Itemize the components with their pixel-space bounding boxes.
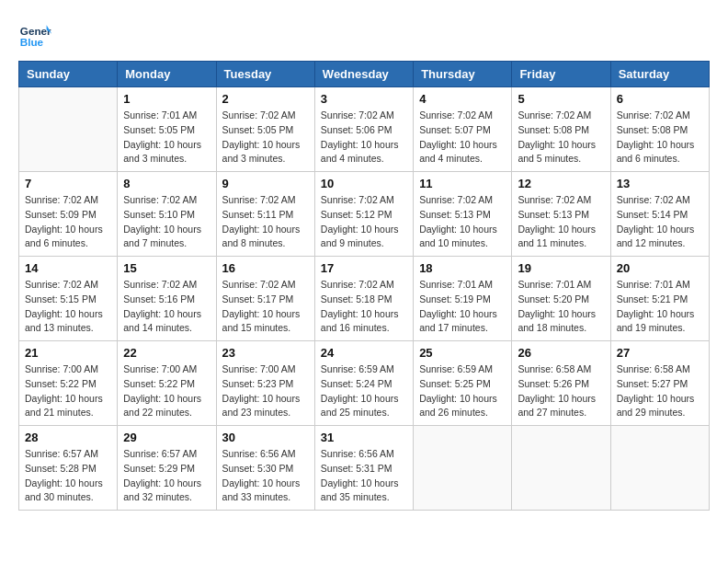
day-number: 18 xyxy=(419,261,506,275)
day-detail: Sunrise: 7:01 AMSunset: 5:21 PMDaylight:… xyxy=(617,278,703,336)
calendar-week-1: 1Sunrise: 7:01 AMSunset: 5:05 PMDaylight… xyxy=(19,87,710,172)
weekday-header-row: SundayMondayTuesdayWednesdayThursdayFrid… xyxy=(19,62,710,87)
calendar-day-cell: 31Sunrise: 6:56 AMSunset: 5:31 PMDayligh… xyxy=(314,426,413,511)
logo-icon: General Blue xyxy=(18,18,51,52)
day-number: 3 xyxy=(321,92,407,106)
weekday-header-thursday: Thursday xyxy=(414,62,512,87)
calendar-day-cell: 22Sunrise: 7:00 AMSunset: 5:22 PMDayligh… xyxy=(118,341,216,426)
day-number: 28 xyxy=(25,431,111,444)
day-detail: Sunrise: 7:02 AMSunset: 5:09 PMDaylight:… xyxy=(25,193,111,251)
calendar-day-cell: 11Sunrise: 7:02 AMSunset: 5:13 PMDayligh… xyxy=(414,172,512,257)
calendar-day-cell: 24Sunrise: 6:59 AMSunset: 5:24 PMDayligh… xyxy=(314,341,413,426)
day-detail: Sunrise: 7:00 AMSunset: 5:22 PMDaylight:… xyxy=(25,362,111,420)
day-number: 23 xyxy=(222,346,309,360)
calendar-day-cell: 25Sunrise: 6:59 AMSunset: 5:25 PMDayligh… xyxy=(414,341,512,426)
day-number: 15 xyxy=(123,261,210,275)
day-number: 25 xyxy=(419,346,506,360)
calendar-day-cell: 14Sunrise: 7:02 AMSunset: 5:15 PMDayligh… xyxy=(19,257,118,341)
calendar-week-5: 28Sunrise: 6:57 AMSunset: 5:28 PMDayligh… xyxy=(19,426,710,511)
calendar-day-cell: 16Sunrise: 7:02 AMSunset: 5:17 PMDayligh… xyxy=(216,257,314,341)
day-detail: Sunrise: 6:56 AMSunset: 5:31 PMDaylight:… xyxy=(321,447,407,505)
day-detail: Sunrise: 7:02 AMSunset: 5:16 PMDaylight:… xyxy=(123,278,210,336)
day-number: 26 xyxy=(518,346,604,360)
day-number: 13 xyxy=(617,177,703,190)
calendar-day-cell xyxy=(610,426,709,511)
calendar-day-cell: 8Sunrise: 7:02 AMSunset: 5:10 PMDaylight… xyxy=(118,172,216,257)
calendar-week-4: 21Sunrise: 7:00 AMSunset: 5:22 PMDayligh… xyxy=(19,341,710,426)
weekday-header-monday: Monday xyxy=(118,62,216,87)
calendar-day-cell: 20Sunrise: 7:01 AMSunset: 5:21 PMDayligh… xyxy=(610,257,709,341)
calendar-day-cell: 29Sunrise: 6:57 AMSunset: 5:29 PMDayligh… xyxy=(118,426,216,511)
calendar-week-2: 7Sunrise: 7:02 AMSunset: 5:09 PMDaylight… xyxy=(19,172,710,257)
day-detail: Sunrise: 7:01 AMSunset: 5:19 PMDaylight:… xyxy=(419,278,506,336)
calendar-day-cell xyxy=(512,426,610,511)
day-number: 5 xyxy=(518,92,604,106)
weekday-header-sunday: Sunday xyxy=(19,62,118,87)
day-detail: Sunrise: 7:02 AMSunset: 5:06 PMDaylight:… xyxy=(321,109,407,167)
calendar-day-cell: 27Sunrise: 6:58 AMSunset: 5:27 PMDayligh… xyxy=(610,341,709,426)
day-number: 6 xyxy=(617,92,703,106)
day-detail: Sunrise: 7:02 AMSunset: 5:10 PMDaylight:… xyxy=(123,193,210,251)
calendar-day-cell: 15Sunrise: 7:02 AMSunset: 5:16 PMDayligh… xyxy=(118,257,216,341)
day-detail: Sunrise: 7:01 AMSunset: 5:20 PMDaylight:… xyxy=(518,278,604,336)
day-number: 31 xyxy=(321,431,407,444)
weekday-header-wednesday: Wednesday xyxy=(314,62,413,87)
calendar-day-cell: 12Sunrise: 7:02 AMSunset: 5:13 PMDayligh… xyxy=(512,172,610,257)
calendar-day-cell: 18Sunrise: 7:01 AMSunset: 5:19 PMDayligh… xyxy=(414,257,512,341)
weekday-header-saturday: Saturday xyxy=(610,62,709,87)
day-detail: Sunrise: 7:01 AMSunset: 5:05 PMDaylight:… xyxy=(123,109,210,167)
calendar-day-cell: 10Sunrise: 7:02 AMSunset: 5:12 PMDayligh… xyxy=(314,172,413,257)
day-detail: Sunrise: 7:02 AMSunset: 5:05 PMDaylight:… xyxy=(222,109,309,167)
page-header: General Blue xyxy=(18,18,710,52)
calendar-day-cell: 4Sunrise: 7:02 AMSunset: 5:07 PMDaylight… xyxy=(414,87,512,172)
calendar-day-cell: 7Sunrise: 7:02 AMSunset: 5:09 PMDaylight… xyxy=(19,172,118,257)
day-number: 29 xyxy=(123,431,210,444)
day-number: 2 xyxy=(222,92,309,106)
calendar-day-cell: 26Sunrise: 6:58 AMSunset: 5:26 PMDayligh… xyxy=(512,341,610,426)
day-number: 16 xyxy=(222,261,309,275)
calendar-day-cell: 30Sunrise: 6:56 AMSunset: 5:30 PMDayligh… xyxy=(216,426,314,511)
day-number: 11 xyxy=(419,177,506,190)
day-detail: Sunrise: 7:00 AMSunset: 5:23 PMDaylight:… xyxy=(222,362,309,420)
day-number: 12 xyxy=(518,177,604,190)
day-detail: Sunrise: 7:02 AMSunset: 5:07 PMDaylight:… xyxy=(419,109,506,167)
day-number: 9 xyxy=(222,177,309,190)
calendar-day-cell: 2Sunrise: 7:02 AMSunset: 5:05 PMDaylight… xyxy=(216,87,314,172)
logo: General Blue xyxy=(18,18,51,52)
calendar-week-3: 14Sunrise: 7:02 AMSunset: 5:15 PMDayligh… xyxy=(19,257,710,341)
day-number: 8 xyxy=(123,177,210,190)
calendar-day-cell: 13Sunrise: 7:02 AMSunset: 5:14 PMDayligh… xyxy=(610,172,709,257)
day-detail: Sunrise: 6:58 AMSunset: 5:27 PMDaylight:… xyxy=(617,362,703,420)
calendar-day-cell: 5Sunrise: 7:02 AMSunset: 5:08 PMDaylight… xyxy=(512,87,610,172)
day-number: 21 xyxy=(25,346,111,360)
calendar-day-cell: 21Sunrise: 7:00 AMSunset: 5:22 PMDayligh… xyxy=(19,341,118,426)
calendar-day-cell: 28Sunrise: 6:57 AMSunset: 5:28 PMDayligh… xyxy=(19,426,118,511)
calendar-day-cell: 17Sunrise: 7:02 AMSunset: 5:18 PMDayligh… xyxy=(314,257,413,341)
day-number: 10 xyxy=(321,177,407,190)
day-detail: Sunrise: 7:02 AMSunset: 5:15 PMDaylight:… xyxy=(25,278,111,336)
day-detail: Sunrise: 7:02 AMSunset: 5:18 PMDaylight:… xyxy=(321,278,407,336)
day-number: 20 xyxy=(617,261,703,275)
calendar-table: SundayMondayTuesdayWednesdayThursdayFrid… xyxy=(18,61,710,511)
day-detail: Sunrise: 7:02 AMSunset: 5:14 PMDaylight:… xyxy=(617,193,703,251)
day-detail: Sunrise: 7:02 AMSunset: 5:12 PMDaylight:… xyxy=(321,193,407,251)
day-number: 17 xyxy=(321,261,407,275)
day-number: 24 xyxy=(321,346,407,360)
svg-text:Blue: Blue xyxy=(20,36,44,48)
day-detail: Sunrise: 6:59 AMSunset: 5:24 PMDaylight:… xyxy=(321,362,407,420)
day-number: 7 xyxy=(25,177,111,190)
day-detail: Sunrise: 7:02 AMSunset: 5:13 PMDaylight:… xyxy=(419,193,506,251)
day-number: 4 xyxy=(419,92,506,106)
day-detail: Sunrise: 6:56 AMSunset: 5:30 PMDaylight:… xyxy=(222,447,309,505)
calendar-day-cell: 1Sunrise: 7:01 AMSunset: 5:05 PMDaylight… xyxy=(118,87,216,172)
day-detail: Sunrise: 7:02 AMSunset: 5:17 PMDaylight:… xyxy=(222,278,309,336)
calendar-day-cell: 23Sunrise: 7:00 AMSunset: 5:23 PMDayligh… xyxy=(216,341,314,426)
day-detail: Sunrise: 7:02 AMSunset: 5:08 PMDaylight:… xyxy=(617,109,703,167)
day-detail: Sunrise: 7:02 AMSunset: 5:13 PMDaylight:… xyxy=(518,193,604,251)
day-number: 22 xyxy=(123,346,210,360)
day-detail: Sunrise: 7:02 AMSunset: 5:11 PMDaylight:… xyxy=(222,193,309,251)
day-detail: Sunrise: 7:02 AMSunset: 5:08 PMDaylight:… xyxy=(518,109,604,167)
day-detail: Sunrise: 6:58 AMSunset: 5:26 PMDaylight:… xyxy=(518,362,604,420)
day-number: 1 xyxy=(123,92,210,106)
day-detail: Sunrise: 6:59 AMSunset: 5:25 PMDaylight:… xyxy=(419,362,506,420)
